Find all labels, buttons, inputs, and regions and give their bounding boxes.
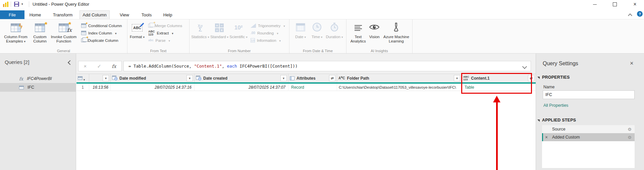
minimize-button[interactable] — [587, 0, 602, 9]
ribbon-button-format[interactable]: ABC Format — [129, 20, 146, 39]
ribbon-button-conditional-column[interactable]: Conditional Column — [81, 23, 122, 28]
text-type-icon: ABC — [338, 76, 345, 80]
vision-eye-icon — [369, 24, 380, 32]
delete-step-icon[interactable]: × — [545, 135, 548, 140]
ribbon-group-ai-insights: Text Analytics Vision Azure Machine Lear… — [346, 19, 413, 53]
format-abc-icon: ABC — [132, 24, 143, 31]
filter-dropdown-icon[interactable] — [103, 75, 109, 81]
dropdown-caret-icon — [207, 35, 209, 39]
expand-column-icon[interactable]: ⇄ — [329, 75, 335, 81]
queries-panel-header: Queries [2] — [5, 59, 29, 65]
ribbon-button-index-column[interactable]: Index Column — [81, 30, 122, 36]
column-header-attributes[interactable]: Attributes ⇄ — [288, 74, 337, 82]
ribbon-button-merge-columns: Merge Columns — [148, 23, 182, 28]
fx-icon[interactable]: fx — [112, 64, 116, 69]
collapse-panel-icon[interactable] — [67, 61, 71, 65]
ribbon-group-from-text: ABC Format Merge Columns ABC123 Extract … — [127, 19, 190, 53]
tab-file[interactable]: File — [0, 10, 24, 19]
cell-attributes-record[interactable]: Record — [288, 84, 337, 91]
tab-view[interactable]: View — [117, 10, 132, 19]
dropdown-caret-icon — [171, 31, 173, 35]
dropdown-caret-icon — [245, 35, 248, 39]
datetime-type-icon — [112, 75, 117, 81]
tab-add-column[interactable]: Add Column — [79, 10, 110, 19]
expand-formula-bar-icon[interactable] — [523, 65, 527, 69]
ribbon-group-label: From Text — [127, 49, 189, 53]
filter-dropdown-icon[interactable] — [186, 75, 193, 81]
step-settings-gear-icon[interactable]: ⚙ — [628, 135, 632, 140]
all-properties-link[interactable]: All Properties — [543, 103, 568, 108]
record-type-icon — [290, 76, 294, 80]
collapse-triangle-icon — [537, 77, 540, 79]
select-all-header[interactable] — [76, 74, 89, 82]
function-icon: fx — [19, 76, 23, 81]
collapse-ribbon-icon[interactable] — [628, 13, 632, 17]
cell-date-created[interactable]: 28/07/2025 14:37:07 — [195, 84, 288, 91]
ribbon-button-column-from-examples[interactable]: ϟ Column From Examples — [1, 20, 30, 44]
maximize-button[interactable] — [607, 0, 623, 9]
ribbon-tab-row: File Home Transform Add Column View Tool… — [0, 9, 644, 19]
index-column-icon — [81, 31, 86, 35]
properties-section-header[interactable]: PROPERTIES — [537, 75, 570, 80]
column-header-label: Date created — [203, 76, 227, 81]
formula-keyword: each — [227, 64, 237, 69]
cell-date-modified[interactable]: 28/07/2025 14:37:16 — [111, 84, 195, 91]
ribbon-button-invoke-custom-function[interactable]: *fx Invoke Custom Function — [50, 20, 78, 44]
table-lightning-icon: ϟ — [11, 23, 21, 32]
cell-date-accessed[interactable]: 16:13:56 — [89, 84, 111, 91]
dropdown-caret-icon — [276, 31, 278, 35]
ribbon-button-information: 13 Information — [251, 37, 285, 43]
applied-steps-section-header[interactable]: APPLIED STEPS — [537, 118, 576, 122]
ribbon-button-rounding: .00 Rounding — [251, 30, 285, 36]
ribbon-button-azure-machine-learning[interactable]: Azure Machine Learning — [382, 20, 411, 44]
commit-formula-icon[interactable]: ✓ — [97, 63, 102, 69]
date-calendar-icon — [296, 23, 305, 33]
query-item-label: IFC4PowerBI — [27, 76, 52, 81]
cancel-formula-icon[interactable]: × — [84, 63, 87, 69]
query-item-label: IFC — [28, 85, 34, 90]
column-header-date-created[interactable]: Date created — [195, 74, 288, 82]
column-header-folder-path[interactable]: ABC Folder Path — [337, 74, 462, 82]
ribbon-button-scientific: 10² Scientific — [229, 20, 248, 39]
ribbon-button-date: Date — [292, 20, 309, 39]
step-added-custom[interactable]: × Added Custom ⚙ — [542, 133, 635, 141]
step-settings-gear-icon[interactable]: ⚙ — [628, 127, 632, 132]
tab-transform[interactable]: Transform — [50, 10, 75, 19]
column-header-date-modified[interactable]: Date modified — [111, 74, 195, 82]
column-header-clipped[interactable] — [89, 74, 111, 82]
queries-panel: Queries [2] fx IFC4PowerBI IFC — [0, 54, 76, 170]
dropdown-caret-icon — [114, 31, 117, 35]
close-panel-icon[interactable]: × — [630, 60, 634, 67]
tab-home[interactable]: Home — [28, 10, 43, 19]
help-icon[interactable]: ? — [637, 11, 643, 17]
formula-input[interactable]: = Table.AddColumn(Source, "Content.1", e… — [123, 61, 531, 71]
filter-dropdown-icon[interactable] — [454, 75, 460, 81]
trigonometry-icon — [251, 23, 256, 28]
tab-tools[interactable]: Tools — [139, 10, 154, 19]
ribbon-button-custom-column[interactable]: * Custom Column — [30, 20, 50, 44]
dropdown-caret-icon — [282, 24, 285, 28]
name-input[interactable] — [543, 90, 635, 99]
ribbon-button-text-analytics[interactable]: Text Analytics — [349, 20, 367, 44]
save-icon[interactable] — [14, 2, 19, 7]
query-item-ifc[interactable]: IFC — [0, 83, 76, 92]
merge-columns-icon — [148, 24, 153, 27]
ribbon-button-duplicate-column[interactable]: Duplicate Column — [81, 37, 122, 43]
cell-folder-path[interactable]: C:\Users\chiar\Desktop\Dataset\117053_vi… — [337, 84, 462, 91]
ribbon-button-standard: +−÷× Standard — [210, 20, 229, 39]
query-item-ifc4powerbi[interactable]: fx IFC4PowerBI — [0, 74, 76, 83]
quick-access-caret-icon[interactable]: ▾ — [21, 2, 23, 6]
formula-bar-buttons: × ✓ fx — [78, 61, 122, 71]
ribbon-button-vision[interactable]: Vision — [367, 20, 382, 39]
scientific-icon: 10² — [234, 24, 243, 31]
dropdown-caret-icon — [340, 35, 343, 39]
ribbon-button-extract[interactable]: ABC123 Extract — [148, 30, 182, 36]
standard-operations-icon: +−÷× — [215, 23, 224, 32]
ribbon-button-parse: abc Parse — [148, 37, 182, 43]
row-number[interactable]: 1 — [76, 84, 89, 91]
tab-help[interactable]: Help — [160, 10, 175, 19]
filter-dropdown-icon[interactable] — [280, 75, 287, 81]
close-button[interactable]: × — [627, 0, 643, 9]
step-source[interactable]: Source ⚙ — [542, 125, 635, 133]
conditional-column-icon — [81, 23, 86, 28]
